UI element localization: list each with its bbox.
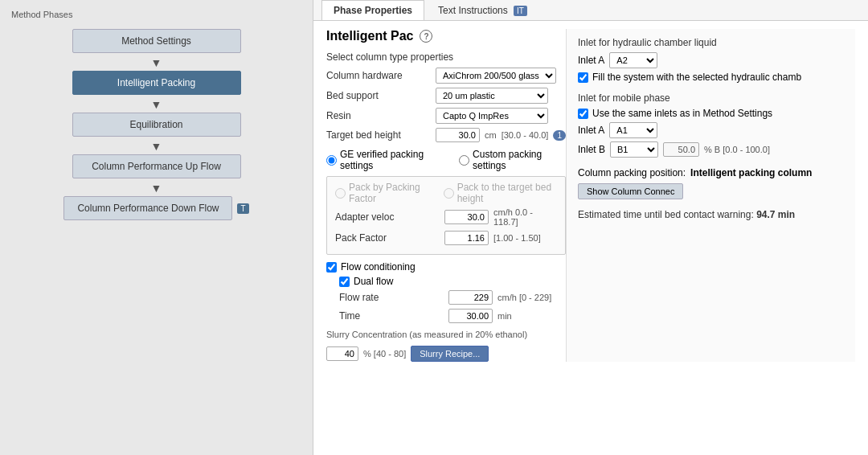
tab-bar: Phase Properties Text Instructions IT (313, 0, 868, 21)
flow-rate-input[interactable] (448, 290, 493, 305)
time-unit: min (497, 311, 512, 321)
inlet-a-select[interactable]: A1 (609, 122, 657, 138)
arrow-down-2: ▼ (72, 98, 241, 111)
slurry-label: Slurry Concentration (as measured in 20%… (326, 330, 527, 339)
estimated-row: Estimated time until bed contact warning… (578, 209, 844, 220)
flow-rate-row: Flow rate cm/h [0 - 229] (339, 290, 566, 305)
use-same-inlets-checkbox[interactable] (578, 109, 588, 119)
ge-verified-radio-label[interactable]: GE verified packing settings (326, 149, 446, 171)
column-down-badge: T (237, 203, 248, 214)
adapter-velocity-label: Adapter veloc (335, 211, 440, 223)
column-pos-row: Column packing position: Intelligent pac… (578, 167, 844, 178)
right-panel: Inlet for hydraulic chamber liquid Inlet… (566, 29, 855, 362)
pack-factor-row: Pack Factor [1.00 - 1.50] (335, 231, 557, 245)
adapter-velocity-input[interactable] (444, 210, 489, 224)
target-bed-height-label: Target bed height (326, 129, 431, 141)
arrow-down-4: ▼ (72, 182, 241, 195)
target-bed-height-unit: cm (485, 130, 497, 140)
slurry-controls-row: % [40 - 80] Slurry Recipe... (326, 346, 566, 362)
phase-content: Intelligent Pac ? Select column type pro… (313, 21, 868, 455)
pack-to-target-label: Pack to the target bed height (444, 182, 557, 204)
pack-options-panel: Pack by Packing Factor Pack to the targe… (326, 176, 566, 255)
pack-to-target-radio (444, 188, 454, 199)
tab-it-badge: IT (514, 6, 527, 16)
target-bed-height-badge[interactable]: 1 (553, 130, 566, 141)
sidebar-btn-column-down[interactable]: Column Performance Down Flow (63, 196, 232, 220)
tab-phase-properties[interactable]: Phase Properties (321, 0, 424, 20)
slurry-input[interactable] (326, 346, 358, 361)
percent-b-range: % B [0.0 - 100.0] (704, 145, 770, 154)
help-icon[interactable]: ? (420, 30, 432, 43)
time-row: Time min (339, 309, 566, 323)
resin-label: Resin (326, 110, 431, 121)
pack-factor-label: Pack Factor (335, 232, 440, 244)
target-bed-height-range: [30.0 - 40.0] (502, 130, 549, 140)
use-same-inlets-check-row: Use the same inlets as in Method Setting… (578, 108, 844, 119)
arrow-down-1: ▼ (72, 56, 241, 69)
sidebar-btn-column-up[interactable]: Column Performance Up Flow (72, 154, 241, 178)
column-hardware-select[interactable]: AxiChrom 200/500 glass (436, 68, 556, 84)
flow-conditioning-section: Flow conditioning Dual flow Flow rate cm… (326, 261, 566, 323)
slurry-recipe-button[interactable]: Slurry Recipe... (411, 346, 489, 362)
column-hardware-row: Column hardware AxiChrom 200/500 glass (326, 68, 566, 84)
arrow-down-3: ▼ (72, 140, 241, 153)
column-pos-label: Column packing position: (578, 167, 686, 178)
hydraulic-inlet-label: Inlet A (578, 55, 604, 66)
bed-support-select[interactable]: 20 um plastic (436, 88, 548, 104)
flow-rate-range: cm/h [0 - 229] (497, 293, 551, 302)
estimated-value: 94.7 min (756, 209, 795, 220)
mobile-phase-title: Inlet for mobile phase (578, 92, 844, 104)
pack-factor-input[interactable] (444, 231, 489, 245)
resin-select[interactable]: Capto Q ImpRes (436, 108, 548, 124)
flow-conditioning-checkbox[interactable] (326, 262, 337, 273)
column-pos-value: Intelligent packing column (690, 167, 812, 178)
inlet-b-row: Inlet B B1 % B [0.0 - 100.0] (578, 141, 844, 158)
sidebar-btn-method-settings[interactable]: Method Settings (72, 29, 241, 53)
sidebar-btn-intelligent-packing[interactable]: Intelligent Packing (72, 71, 241, 95)
slurry-row: Slurry Concentration (as measured in 20%… (326, 330, 566, 339)
ge-verified-radio[interactable] (326, 155, 337, 166)
adapter-velocity-range: cm/h 0.0 - 118.7] (493, 207, 557, 227)
section-label: Select column type properties (326, 51, 566, 63)
use-same-inlets-label: Use the same inlets as in Method Setting… (592, 108, 772, 119)
inlet-b-label: Inlet B (578, 144, 605, 155)
resin-row: Resin Capto Q ImpRes (326, 108, 566, 124)
bed-support-row: Bed support 20 um plastic (326, 88, 566, 104)
hydraulic-section: Inlet for hydraulic chamber liquid Inlet… (578, 37, 844, 83)
time-label: Time (339, 310, 444, 322)
target-bed-height-input[interactable]: 30.0 (436, 128, 480, 142)
pack-options-row: Pack by Packing Factor Pack to the targe… (335, 182, 557, 204)
phase-title: Intelligent Pac ? (326, 29, 566, 43)
hydraulic-fill-label: Fill the system with the selected hydrau… (592, 72, 801, 83)
dual-flow-checkbox[interactable] (339, 277, 350, 287)
hydraulic-title: Inlet for hydraulic chamber liquid (578, 37, 844, 48)
pack-by-factor-radio (335, 188, 346, 199)
inlet-b-select[interactable]: B1 (610, 141, 658, 158)
pack-by-factor-label: Pack by Packing Factor (335, 182, 431, 204)
flow-conditioning-check-row: Flow conditioning (326, 261, 566, 273)
column-packing-section: Column packing position: Intelligent pac… (578, 167, 844, 199)
custom-packing-radio[interactable] (459, 155, 469, 166)
sidebar-title: Method Phases (8, 8, 305, 21)
inlet-a-label: Inlet A (578, 125, 604, 136)
target-bed-height-row: Target bed height 30.0 cm [30.0 - 40.0] … (326, 128, 566, 142)
tab-text-instructions[interactable]: Text Instructions IT (426, 0, 539, 20)
hydraulic-fill-check-row: Fill the system with the selected hydrau… (578, 72, 844, 83)
estimated-label: Estimated time until bed contact warning… (578, 209, 754, 220)
column-hardware-label: Column hardware (326, 70, 431, 81)
show-column-connect-button[interactable]: Show Column Connec (578, 183, 683, 199)
bed-support-label: Bed support (326, 90, 431, 101)
sidebar-btn-equilibration[interactable]: Equilibration (72, 113, 241, 137)
hydraulic-inlet-select[interactable]: A2 (609, 52, 657, 68)
main-area: Phase Properties Text Instructions IT In… (313, 0, 868, 455)
sidebar: Method Phases Method Settings ▼ Intellig… (0, 0, 313, 455)
packing-settings-group: GE verified packing settings Custom pack… (326, 149, 566, 171)
percent-b-input[interactable] (663, 142, 699, 157)
adapter-velocity-row: Adapter veloc cm/h 0.0 - 118.7] (335, 207, 557, 227)
flow-rate-label: Flow rate (339, 292, 444, 303)
dual-flow-check-row: Dual flow (339, 276, 566, 287)
hydraulic-fill-checkbox[interactable] (578, 72, 588, 83)
time-input[interactable] (448, 309, 493, 323)
slurry-range: % [40 - 80] (363, 349, 406, 359)
custom-packing-radio-label[interactable]: Custom packing settings (459, 149, 566, 171)
